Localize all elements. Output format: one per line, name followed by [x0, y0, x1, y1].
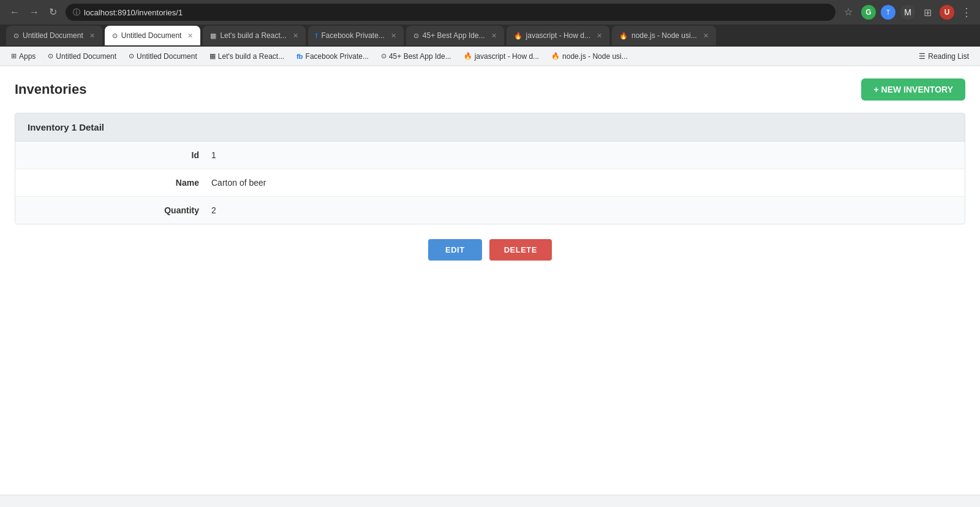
- tab-label-2: Untitled Document: [121, 31, 182, 40]
- bookmark-apps-label: Apps: [19, 52, 36, 61]
- email-icon[interactable]: M: [900, 5, 915, 20]
- forward-button[interactable]: →: [26, 6, 43, 18]
- detail-container: Inventory 1 Detail Id 1 Name Carton of b…: [15, 113, 965, 224]
- bookmark-favicon-fb: fb: [296, 53, 303, 60]
- name-value: Carton of beer: [211, 178, 266, 188]
- bookmark-label-fb: Facebook Private...: [306, 52, 369, 61]
- tab-untitled-2[interactable]: ⊙ Untitled Document ✕: [105, 26, 201, 45]
- tab-label-fb: Facebook Private...: [321, 31, 384, 40]
- id-value: 1: [211, 150, 216, 160]
- tab-close-nodejs[interactable]: ✕: [703, 32, 709, 40]
- tab-label-nodejs: node.js - Node usi...: [631, 31, 697, 40]
- tab-favicon-2: ⊙: [112, 32, 118, 40]
- tab-favicon-js: 🔥: [514, 32, 522, 40]
- bookmark-label-nodejs: node.js - Node usi...: [562, 52, 628, 61]
- bookmark-apps[interactable]: ⊞ Apps: [6, 51, 40, 62]
- bookmark-label-2: Untitled Document: [137, 52, 197, 61]
- menu-icon[interactable]: ⋮: [959, 5, 974, 20]
- avatar-icon[interactable]: U: [940, 5, 954, 20]
- translate-icon[interactable]: T: [881, 5, 895, 20]
- reading-list-label: Reading List: [928, 52, 969, 61]
- tab-close-js[interactable]: ✕: [597, 32, 602, 40]
- bookmark-favicon-react: ▦: [209, 52, 216, 60]
- delete-button[interactable]: DELETE: [489, 239, 552, 261]
- tab-label-react: Let's build a React...: [220, 31, 286, 40]
- address-bar[interactable]: ⓘ localhost:8910/inventories/1: [66, 4, 835, 21]
- tab-appideas[interactable]: ⊙ 45+ Best App Ide... ✕: [406, 26, 504, 45]
- tab-close-fb[interactable]: ✕: [391, 32, 396, 40]
- tab-favicon-fb: f: [315, 32, 318, 39]
- tab-untitled-1[interactable]: ⊙ Untitled Document ✕: [6, 26, 102, 45]
- tabs-bar: ⊙ Untitled Document ✕ ⊙ Untitled Documen…: [0, 25, 980, 47]
- bookmark-untitled-2[interactable]: ⊙ Untitled Document: [124, 51, 202, 62]
- tab-label-appideas: 45+ Best App Ide...: [423, 31, 485, 40]
- bookmark-untitled-1[interactable]: ⊙ Untitled Document: [43, 51, 121, 62]
- tab-js[interactable]: 🔥 javascript - How d... ✕: [507, 26, 609, 45]
- tab-favicon-react: ▦: [210, 32, 216, 40]
- page-content: Inventories + NEW INVENTORY Inventory 1 …: [0, 66, 980, 507]
- detail-row-id: Id 1: [15, 142, 965, 169]
- tab-label-js: javascript - How d...: [526, 31, 590, 40]
- bookmark-label-appideas: 45+ Best App Ide...: [389, 52, 451, 61]
- refresh-button[interactable]: ↻: [45, 6, 61, 18]
- detail-section-header: Inventory 1 Detail: [15, 113, 965, 142]
- name-label: Name: [28, 178, 211, 188]
- nav-buttons: ← → ↻: [6, 6, 61, 18]
- bookmarks-bar: ⊞ Apps ⊙ Untitled Document ⊙ Untitled Do…: [0, 47, 980, 66]
- tab-close-1[interactable]: ✕: [89, 32, 95, 40]
- url-text: localhost:8910/inventories/1: [84, 8, 828, 17]
- action-buttons: EDIT DELETE: [15, 239, 965, 261]
- bookmark-favicon-appideas: ⊙: [381, 52, 386, 60]
- page-header: Inventories + NEW INVENTORY: [15, 78, 965, 101]
- browser-toolbar: ← → ↻ ⓘ localhost:8910/inventories/1 ☆ G…: [0, 0, 980, 25]
- tab-close-2[interactable]: ✕: [187, 32, 193, 40]
- bookmark-js[interactable]: 🔥 javascript - How d...: [459, 51, 544, 62]
- bookmark-favicon-2: ⊙: [129, 52, 134, 60]
- tab-nodejs[interactable]: 🔥 node.js - Node usi... ✕: [612, 26, 716, 45]
- tab-close-appideas[interactable]: ✕: [491, 32, 497, 40]
- extensions-icon[interactable]: ⊞: [920, 5, 935, 20]
- tab-facebook[interactable]: f Facebook Private... ✕: [308, 26, 404, 45]
- detail-row-name: Name Carton of beer: [15, 169, 965, 197]
- google-account-icon[interactable]: G: [861, 5, 876, 20]
- bookmark-nodejs[interactable]: 🔥 node.js - Node usi...: [546, 51, 633, 62]
- reading-list-icon: ☰: [919, 52, 925, 61]
- tab-favicon-nodejs: 🔥: [619, 32, 628, 40]
- id-label: Id: [28, 150, 211, 160]
- edit-button[interactable]: EDIT: [428, 239, 482, 261]
- tab-label-1: Untitled Document: [23, 31, 83, 40]
- bookmark-label-react: Let's build a React...: [218, 52, 284, 61]
- bookmark-fb[interactable]: fb Facebook Private...: [292, 51, 374, 62]
- bookmark-favicon-js: 🔥: [464, 52, 472, 60]
- lock-icon: ⓘ: [73, 7, 80, 18]
- apps-icon: ⊞: [11, 52, 17, 60]
- page-title: Inventories: [15, 82, 86, 97]
- bookmark-label-1: Untitled Document: [56, 52, 116, 61]
- detail-row-quantity: Quantity 2: [15, 197, 965, 224]
- bookmark-favicon-nodejs: 🔥: [551, 52, 560, 60]
- new-inventory-button[interactable]: + NEW INVENTORY: [861, 78, 965, 101]
- browser-chrome: ← → ↻ ⓘ localhost:8910/inventories/1 ☆ G…: [0, 0, 980, 66]
- toolbar-icons: ☆ G T M ⊞ U ⋮: [840, 5, 974, 20]
- tab-favicon-appideas: ⊙: [413, 32, 419, 40]
- tab-react[interactable]: ▦ Let's build a React... ✕: [203, 26, 305, 45]
- bookmark-react[interactable]: ▦ Let's build a React...: [205, 51, 289, 62]
- tab-close-react[interactable]: ✕: [293, 32, 298, 40]
- bookmark-label-js: javascript - How d...: [475, 52, 539, 61]
- page-footer: [0, 495, 980, 507]
- bookmark-appideas[interactable]: ⊙ 45+ Best App Ide...: [376, 51, 456, 62]
- reading-list[interactable]: ☰ Reading List: [914, 51, 974, 62]
- quantity-value: 2: [211, 205, 216, 215]
- bookmark-favicon-1: ⊙: [48, 52, 53, 60]
- tab-favicon-1: ⊙: [13, 32, 19, 40]
- star-icon[interactable]: ☆: [840, 6, 856, 18]
- quantity-label: Quantity: [28, 205, 211, 215]
- back-button[interactable]: ←: [6, 6, 23, 18]
